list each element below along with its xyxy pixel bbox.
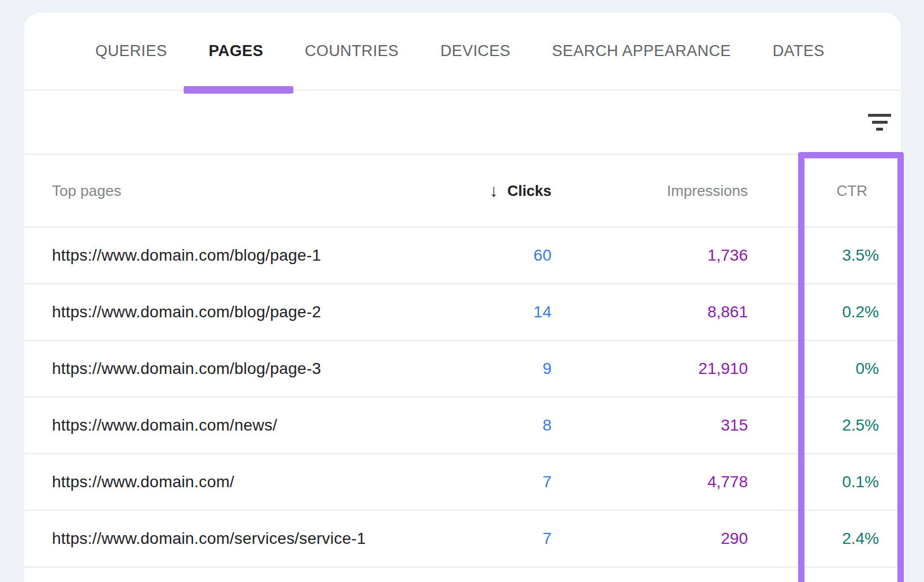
table-row[interactable]: https://www.domain.com/ 7 4,778 0.1% <box>24 454 901 511</box>
impressions-value: 4,778 <box>707 473 798 491</box>
table-row[interactable]: https://www.domain.com/blog/page-3 9 21,… <box>24 341 901 398</box>
table-row[interactable]: https://www.domain.com/news/ 8 315 2.5% <box>24 398 901 454</box>
impressions-value: 21,910 <box>698 359 798 378</box>
table-header-row: Top pages ↓ Clicks Impressions CTR <box>24 155 901 228</box>
page-url: https://www.domain.com/news/ <box>24 416 394 435</box>
page-url: https://www.domain.com/blog/page-2 <box>24 303 394 321</box>
tab-search-appearance[interactable]: SEARCH APPEARANCE <box>552 42 731 60</box>
tab-devices[interactable]: DEVICES <box>440 42 510 60</box>
clicks-value: 7 <box>542 529 613 548</box>
column-header-impressions[interactable]: Impressions <box>667 182 798 200</box>
table-row[interactable]: https://www.domain.com/services/service-… <box>24 511 901 568</box>
performance-report-card: QUERIES PAGES COUNTRIES DEVICES SEARCH A… <box>24 13 901 582</box>
tab-countries[interactable]: COUNTRIES <box>305 42 399 60</box>
clicks-value: 8 <box>542 416 613 435</box>
dimension-tabs: QUERIES PAGES COUNTRIES DEVICES SEARCH A… <box>24 13 901 91</box>
sort-descending-icon: ↓ <box>489 182 498 199</box>
clicks-value: 14 <box>534 303 613 321</box>
table-toolbar <box>24 91 901 155</box>
table-row[interactable]: https://www.domain.com/blog/page-2 14 8,… <box>24 284 901 341</box>
column-header-ctr[interactable]: CTR <box>837 182 901 200</box>
filter-icon[interactable] <box>866 109 893 136</box>
ctr-value: 0.2% <box>842 303 901 321</box>
ctr-value: 2.5% <box>842 416 901 435</box>
ctr-value: 0.1% <box>842 473 901 491</box>
ctr-value: 2.4% <box>842 529 901 548</box>
clicks-value: 60 <box>534 246 613 265</box>
impressions-value: 8,861 <box>707 303 798 321</box>
column-header-clicks-label: Clicks <box>507 182 552 200</box>
column-header-top-pages[interactable]: Top pages <box>24 182 394 200</box>
table-row[interactable]: https://www.domain.com/blog/page-1 60 1,… <box>24 228 901 284</box>
ctr-value: 0% <box>856 359 901 378</box>
clicks-value: 7 <box>542 473 613 491</box>
page-url: https://www.domain.com/blog/page-1 <box>24 246 394 265</box>
page-url: https://www.domain.com/blog/page-3 <box>24 359 394 378</box>
ctr-value: 3.5% <box>842 246 901 265</box>
tab-pages[interactable]: PAGES <box>208 42 263 60</box>
impressions-value: 1,736 <box>707 246 798 265</box>
clicks-value: 9 <box>542 359 613 378</box>
impressions-value: 315 <box>721 416 798 435</box>
column-header-clicks[interactable]: ↓ Clicks <box>489 182 613 200</box>
page-url: https://www.domain.com/ <box>24 473 394 491</box>
tab-queries[interactable]: QUERIES <box>95 42 167 60</box>
tab-dates[interactable]: DATES <box>773 42 825 60</box>
page-url: https://www.domain.com/services/service-… <box>24 529 394 548</box>
impressions-value: 290 <box>721 529 798 548</box>
